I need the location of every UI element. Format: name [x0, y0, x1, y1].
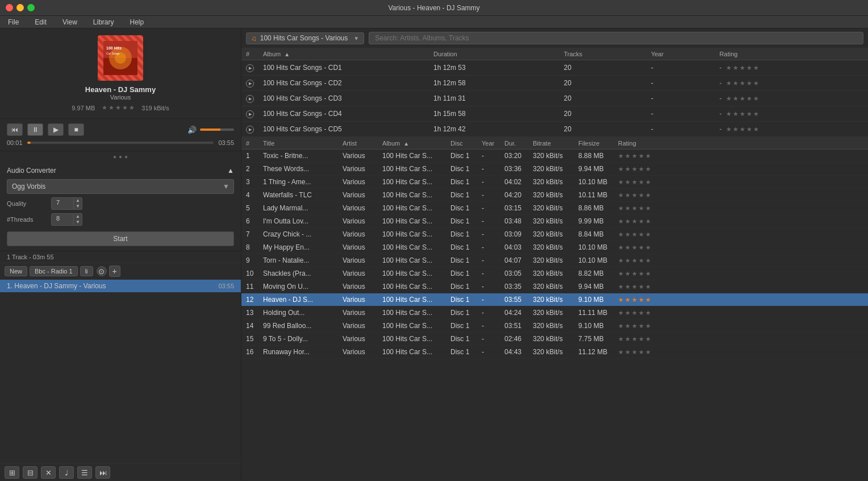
toolbar-btn-6[interactable]: ⏭: [95, 466, 110, 479]
track-star-1[interactable]: ★: [618, 179, 624, 186]
album-star-1[interactable]: ★: [726, 64, 732, 72]
toolbar-btn-4[interactable]: ♩: [59, 466, 74, 479]
track-star-3[interactable]: ★: [632, 165, 637, 173]
play-button[interactable]: ▶: [48, 123, 64, 136]
track-star-4[interactable]: ★: [639, 244, 644, 251]
track-star-5[interactable]: ★: [645, 309, 651, 317]
stop-button[interactable]: ■: [68, 123, 84, 136]
album-star-4[interactable]: ★: [746, 126, 752, 133]
track-star-4[interactable]: ★: [639, 179, 644, 186]
album-star-5[interactable]: ★: [753, 126, 759, 133]
track-star-5[interactable]: ★: [645, 218, 651, 225]
album-star-2[interactable]: ★: [733, 80, 738, 87]
track-star-5[interactable]: ★: [645, 335, 651, 343]
albums-col-num[interactable]: #: [241, 48, 258, 60]
albums-col-year[interactable]: Year: [646, 48, 715, 60]
album-star-3[interactable]: ★: [740, 126, 745, 133]
track-star-3[interactable]: ★: [632, 244, 637, 251]
track-star-3[interactable]: ★: [632, 335, 637, 343]
track-star-2[interactable]: ★: [625, 270, 631, 277]
album-star-rating[interactable]: ★★★★★: [726, 64, 759, 72]
playlist-tab-icon[interactable]: ⊙: [97, 266, 107, 276]
track-star-1[interactable]: ★: [618, 322, 624, 330]
threads-down[interactable]: ▼: [74, 219, 82, 225]
playlist-tab-new1[interactable]: New: [5, 266, 27, 276]
track-rating[interactable]: ★ ★ ★ ★ ★: [102, 104, 135, 111]
track-star-4[interactable]: ★: [639, 349, 644, 356]
track-star-4[interactable]: ★: [639, 205, 644, 212]
tracks-col-year[interactable]: Year: [477, 138, 500, 150]
tracks-col-rating[interactable]: Rating: [614, 138, 868, 150]
track-star-3[interactable]: ★: [632, 270, 637, 277]
track-star-1[interactable]: ★: [618, 283, 624, 291]
track-row[interactable]: 8 My Happy En... Various 100 Hits Car S.…: [241, 241, 868, 254]
track-row[interactable]: 3 1 Thing - Ame... Various 100 Hits Car …: [241, 176, 868, 189]
tracks-col-bitrate[interactable]: Bitrate: [528, 138, 574, 150]
albums-col-album[interactable]: Album ▲: [258, 48, 429, 60]
track-row[interactable]: 4 Waterfalls - TLC Various 100 Hits Car …: [241, 189, 868, 202]
track-star-5[interactable]: ★: [645, 349, 651, 356]
track-star-2[interactable]: ★: [625, 309, 631, 317]
track-star-1[interactable]: ★: [618, 257, 624, 264]
track-star-rating[interactable]: ★★★★★: [618, 218, 651, 225]
track-star-rating[interactable]: ★★★★★: [618, 349, 651, 356]
track-star-5[interactable]: ★: [645, 244, 651, 251]
track-star-2[interactable]: ★: [625, 349, 631, 356]
album-row[interactable]: ▶ 100 Hits Car Songs - CD3 1h 11m 31 20 …: [241, 91, 868, 106]
format-select[interactable]: Ogg Vorbis MP3 FLAC: [7, 179, 234, 194]
track-star-1[interactable]: ★: [618, 192, 624, 199]
menu-library[interactable]: Library: [90, 17, 118, 27]
album-star-2[interactable]: ★: [733, 126, 738, 133]
tracks-col-title[interactable]: Title: [258, 138, 338, 150]
track-row[interactable]: 11 Moving On U... Various 100 Hits Car S…: [241, 280, 868, 293]
track-star-3[interactable]: ★: [632, 296, 637, 304]
track-star-1[interactable]: ★: [618, 218, 624, 225]
track-star-4[interactable]: ★: [639, 218, 644, 225]
track-star-rating[interactable]: ★★★★★: [618, 283, 651, 291]
album-play-btn[interactable]: ▶: [246, 126, 254, 134]
track-row[interactable]: 13 Holding Out... Various 100 Hits Car S…: [241, 306, 868, 320]
tracks-col-num[interactable]: #: [241, 138, 258, 150]
track-star-rating[interactable]: ★★★★★: [618, 257, 651, 264]
track-star-4[interactable]: ★: [639, 335, 644, 343]
track-star-4[interactable]: ★: [639, 283, 644, 291]
star-5[interactable]: ★: [129, 104, 135, 111]
track-star-2[interactable]: ★: [625, 296, 631, 304]
tracks-col-dur[interactable]: Dur.: [500, 138, 528, 150]
track-row[interactable]: 1 Toxic - Britne... Various 100 Hits Car…: [241, 150, 868, 163]
album-star-5[interactable]: ★: [753, 80, 759, 87]
tracks-col-artist[interactable]: Artist: [338, 138, 378, 150]
track-row[interactable]: 2 These Words... Various 100 Hits Car S.…: [241, 163, 868, 176]
album-star-1[interactable]: ★: [726, 110, 732, 118]
album-star-3[interactable]: ★: [740, 80, 745, 87]
track-star-4[interactable]: ★: [639, 165, 644, 173]
playlist-tab-li[interactable]: li: [80, 266, 93, 276]
track-star-3[interactable]: ★: [632, 152, 637, 160]
track-row[interactable]: 12 Heaven - DJ S... Various 100 Hits Car…: [241, 293, 868, 306]
prev-button[interactable]: ⏮: [7, 123, 23, 136]
track-star-5[interactable]: ★: [645, 152, 651, 160]
track-star-3[interactable]: ★: [632, 322, 637, 330]
albums-col-rating[interactable]: Rating: [715, 48, 868, 60]
album-play-btn[interactable]: ▶: [246, 110, 254, 118]
track-star-rating[interactable]: ★★★★★: [618, 244, 651, 251]
menu-help[interactable]: Help: [127, 17, 148, 27]
track-star-1[interactable]: ★: [618, 205, 624, 212]
track-star-4[interactable]: ★: [639, 192, 644, 199]
track-star-rating[interactable]: ★★★★★: [618, 309, 651, 317]
star-4[interactable]: ★: [122, 104, 128, 111]
album-star-5[interactable]: ★: [753, 110, 759, 118]
converter-collapse[interactable]: ▲: [227, 167, 234, 175]
track-star-5[interactable]: ★: [645, 231, 651, 238]
track-row[interactable]: 15 9 To 5 - Dolly... Various 100 Hits Ca…: [241, 333, 868, 346]
progress-bar[interactable]: [27, 142, 214, 144]
track-star-2[interactable]: ★: [625, 257, 631, 264]
toolbar-btn-1[interactable]: ⊞: [5, 466, 19, 479]
tracks-col-album[interactable]: Album ▲: [378, 138, 446, 150]
minimize-button[interactable]: [16, 4, 24, 11]
track-star-4[interactable]: ★: [639, 296, 644, 304]
track-star-4[interactable]: ★: [639, 231, 644, 238]
playlist-tab-bbc[interactable]: Bbc - Radio 1: [30, 266, 78, 276]
album-row[interactable]: ▶ 100 Hits Car Songs - CD4 1h 15m 58 20 …: [241, 106, 868, 122]
track-star-rating[interactable]: ★★★★★: [618, 192, 651, 199]
